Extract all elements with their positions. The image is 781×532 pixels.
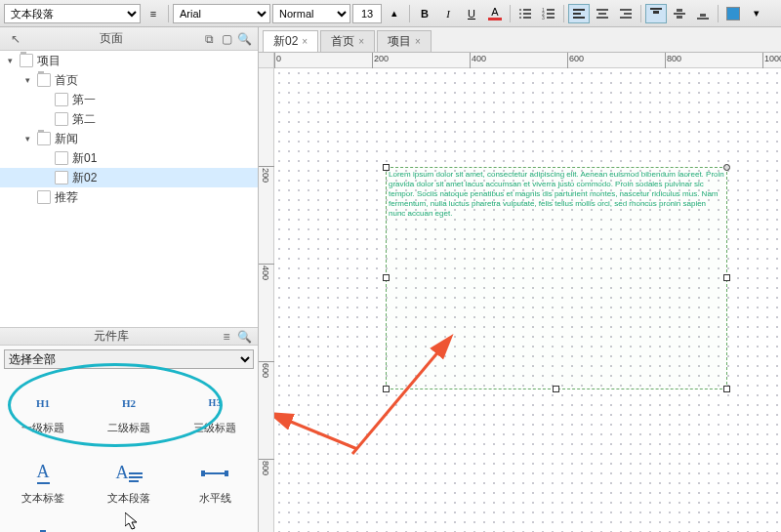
page-tree[interactable]: ▾项目▾首页第一第二▾新闻新01新02推荐 (0, 51, 258, 327)
list-number-button[interactable]: 123 (538, 4, 559, 23)
widget-filter-select[interactable]: 选择全部 (4, 349, 254, 369)
widget-hline[interactable]: 水平线 (172, 447, 258, 517)
widget-label: 三级标题 (193, 421, 236, 435)
tree-twisty-icon[interactable]: ▾ (4, 55, 16, 66)
italic-button[interactable]: I (437, 4, 459, 23)
tree-node[interactable]: 第一 (0, 90, 258, 109)
tree-node[interactable]: 新01 (0, 148, 258, 168)
tree-node[interactable]: 新02 (0, 168, 258, 187)
bullet-list-icon[interactable]: ≡ (143, 4, 164, 23)
svg-point-0 (519, 9, 521, 11)
font-style-select[interactable]: Normal (272, 4, 350, 23)
widget-h3[interactable]: H3三级标题 (172, 377, 258, 447)
svg-rect-22 (653, 11, 659, 14)
resize-handle-w[interactable] (383, 274, 390, 281)
widget-library-grid: H1一级标题H2二级标题H3三级标题A文本标签A文本段落水平线垂直线热区动态面板 (0, 373, 258, 532)
design-canvas[interactable]: Lorem ipsum dolor sit amet, consectetur … (274, 68, 781, 532)
svg-point-4 (519, 17, 521, 19)
folder-icon (37, 132, 51, 145)
text-color-button[interactable]: A (484, 4, 506, 23)
widget-text-label[interactable]: A文本标签 (0, 447, 86, 517)
tree-node-label: 项目 (37, 53, 61, 69)
svg-rect-27 (700, 14, 706, 17)
tree-twisty-icon[interactable] (39, 94, 51, 105)
ruler-horizontal: 02004006008001000 (274, 53, 781, 68)
tree-node-label: 首页 (55, 72, 78, 89)
page-tab[interactable]: 项目× (377, 30, 432, 52)
valign-bottom-button[interactable] (692, 4, 714, 23)
svg-rect-15 (596, 9, 608, 11)
svg-rect-17 (596, 17, 608, 19)
folder-icon (37, 73, 51, 87)
tree-node-label: 新闻 (55, 131, 78, 147)
resize-handle-nw[interactable] (383, 164, 390, 171)
selection-box[interactable]: Lorem ipsum dolor sit amet, consectetur … (386, 167, 727, 389)
collapse-icon[interactable]: ↖ (8, 31, 23, 47)
format-toolbar: 文本段落 ≡ Arial Normal ▴ B I U A 123 ▾ (0, 0, 781, 27)
tree-node[interactable]: ▾首页 (0, 70, 258, 90)
widget-vline[interactable]: 垂直线 (0, 517, 86, 532)
duplicate-page-icon[interactable]: ⧉ (201, 31, 217, 47)
widget-h1[interactable]: H1一级标题 (0, 377, 86, 447)
page-tab[interactable]: 首页× (320, 30, 375, 52)
font-select[interactable]: Arial (173, 4, 270, 23)
hline-icon (201, 460, 228, 487)
tree-twisty-icon[interactable] (21, 191, 33, 203)
fill-color-button[interactable] (722, 4, 744, 23)
resize-handle-se[interactable] (723, 386, 730, 392)
page-icon (37, 190, 51, 204)
svg-rect-30 (129, 480, 139, 482)
svg-rect-12 (573, 9, 585, 11)
page-tab[interactable]: 新02× (263, 30, 318, 52)
svg-rect-21 (650, 8, 662, 10)
list-bullet-button[interactable] (514, 4, 536, 23)
widget-text-para[interactable]: A文本段落 (86, 447, 172, 517)
valign-top-button[interactable] (645, 4, 667, 23)
tab-label: 新02 (273, 33, 298, 50)
paragraph-widget[interactable]: Lorem ipsum dolor sit amet, consectetur … (389, 170, 724, 219)
underline-button[interactable]: U (461, 4, 482, 23)
align-center-button[interactable] (592, 4, 613, 23)
valign-middle-button[interactable] (669, 4, 690, 23)
align-left-button[interactable] (568, 4, 590, 23)
rotate-handle[interactable] (723, 164, 730, 171)
svg-rect-16 (598, 13, 606, 15)
widgets-search-icon[interactable]: 🔍 (236, 329, 252, 345)
tree-twisty-icon[interactable] (39, 113, 51, 125)
ruler-tick-label: 600 (569, 54, 584, 63)
tree-node[interactable]: ▾新闻 (0, 129, 258, 148)
fill-dropdown-icon[interactable]: ▾ (746, 4, 767, 23)
close-icon[interactable]: × (302, 36, 308, 47)
svg-rect-32 (201, 471, 205, 476)
tree-node[interactable]: 第二 (0, 109, 258, 129)
close-icon[interactable]: × (358, 36, 364, 47)
widgets-menu-icon[interactable]: ≡ (219, 329, 234, 345)
add-page-icon[interactable]: ▢ (219, 31, 234, 47)
ruler-tick-label: 800 (667, 54, 681, 63)
tree-twisty-icon[interactable] (39, 152, 51, 164)
tree-twisty-icon[interactable] (39, 172, 51, 184)
font-size-input[interactable] (352, 4, 382, 23)
widget-label: 二级标题 (107, 421, 150, 435)
resize-handle-s[interactable] (553, 386, 559, 392)
tree-node[interactable]: ▾项目 (0, 51, 258, 70)
search-icon[interactable]: 🔍 (236, 31, 252, 47)
tree-twisty-icon[interactable]: ▾ (21, 74, 33, 86)
size-up-icon[interactable]: ▴ (384, 4, 405, 23)
svg-rect-31 (201, 472, 228, 474)
resize-handle-sw[interactable] (383, 386, 390, 392)
h1-icon: H1 (29, 389, 57, 417)
bold-button[interactable]: B (414, 4, 435, 23)
align-right-button[interactable] (615, 4, 637, 23)
widget-h2[interactable]: H2二级标题 (86, 377, 172, 447)
tree-node[interactable]: 推荐 (0, 187, 258, 207)
widget-label: 一级标题 (21, 421, 64, 435)
close-icon[interactable]: × (415, 36, 421, 47)
widget-type-select[interactable]: 文本段落 (4, 4, 141, 23)
resize-handle-e[interactable] (723, 274, 730, 281)
tree-twisty-icon[interactable]: ▾ (21, 133, 33, 144)
pages-panel-title: 页面 (23, 30, 199, 47)
widget-dynamic[interactable]: 动态面板 (172, 517, 258, 532)
svg-rect-11 (547, 17, 555, 19)
svg-rect-28 (129, 472, 143, 474)
